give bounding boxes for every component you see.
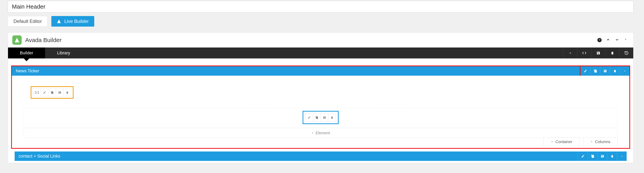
container-save-button[interactable] (600, 66, 610, 76)
container-clone-button[interactable] (590, 66, 600, 76)
tab-builder[interactable]: Builder (8, 48, 45, 58)
container-clone-button[interactable] (588, 151, 597, 161)
builder-tabs: Builder Library (8, 48, 633, 58)
tab-builder-label: Builder (20, 50, 33, 56)
column-edit-button[interactable] (40, 89, 48, 96)
builder-header: Avada Builder ? (8, 33, 633, 48)
add-container-button[interactable]: Container (544, 137, 580, 146)
plus-icon (590, 139, 593, 144)
page-title-value: Main Header (12, 3, 46, 10)
container-edit-button[interactable] (578, 151, 588, 161)
column-toolbar: 1/1 (31, 86, 74, 99)
container-save-button[interactable] (597, 151, 607, 161)
avada-logo-icon (12, 35, 22, 45)
container-collapse-button[interactable] (620, 66, 629, 76)
add-element-button[interactable]: Element (24, 128, 618, 138)
container-body: 1/1 (12, 76, 629, 148)
container-header[interactable]: News Ticker (12, 66, 629, 76)
builder-panel: Avada Builder ? Builder (8, 33, 634, 163)
container-edit-button[interactable] (580, 66, 590, 76)
svg-text:?: ? (599, 38, 600, 42)
column-trash-button[interactable] (64, 89, 71, 96)
caret-toggle-icon[interactable] (624, 38, 629, 43)
container-news-ticker: News Ticker (11, 66, 630, 149)
plus-icon (551, 139, 554, 144)
nav-save-button[interactable] (591, 48, 605, 58)
container-collapse-button[interactable] (617, 151, 627, 161)
column-ratio-button[interactable]: 1/1 (33, 89, 41, 96)
builder-title: Avada Builder (25, 37, 62, 43)
tab-library-label: Library (57, 50, 70, 56)
right-rail (642, 0, 644, 173)
container-toolbar (578, 151, 627, 161)
default-editor-button[interactable]: Default Editor (8, 16, 48, 27)
tab-library[interactable]: Library (45, 48, 82, 58)
live-builder-label: Live Builder (64, 19, 88, 24)
container-title: News Ticker (16, 68, 39, 74)
container-trash-button[interactable] (610, 66, 620, 76)
container-header[interactable]: contact + Social Links (15, 151, 627, 161)
column-inner-area (24, 108, 618, 127)
avada-logo-icon (57, 19, 61, 24)
nav-history-button[interactable] (619, 48, 633, 58)
chevron-down-icon[interactable] (615, 38, 620, 43)
nav-trash-button[interactable] (605, 48, 619, 58)
element-edit-button[interactable] (306, 114, 313, 121)
add-columns-button[interactable]: Columns (583, 137, 618, 146)
element-toolbar (303, 111, 339, 124)
container-contact-social: contact + Social Links (15, 151, 627, 161)
add-columns-label: Columns (595, 139, 610, 144)
add-container-label: Container (556, 139, 572, 144)
live-builder-button[interactable]: Live Builder (51, 16, 94, 27)
page-title-input[interactable]: Main Header (8, 1, 634, 13)
nav-code-button[interactable] (577, 48, 591, 58)
container-title: contact + Social Links (18, 154, 60, 159)
add-element-label: Element (316, 131, 330, 135)
chevron-up-icon[interactable] (606, 38, 611, 43)
default-editor-label: Default Editor (14, 19, 42, 24)
element-save-button[interactable] (321, 114, 328, 121)
container-trash-button[interactable] (607, 151, 617, 161)
element-trash-button[interactable] (328, 114, 336, 121)
column-ratio-label: 1/1 (34, 91, 39, 95)
plus-icon (311, 131, 314, 135)
nav-caret-up-button[interactable] (563, 48, 577, 58)
help-icon[interactable]: ? (597, 38, 602, 43)
element-clone-button[interactable] (313, 114, 321, 121)
container-toolbar (580, 66, 630, 76)
column-save-button[interactable] (56, 89, 64, 96)
column-clone-button[interactable] (48, 89, 56, 96)
